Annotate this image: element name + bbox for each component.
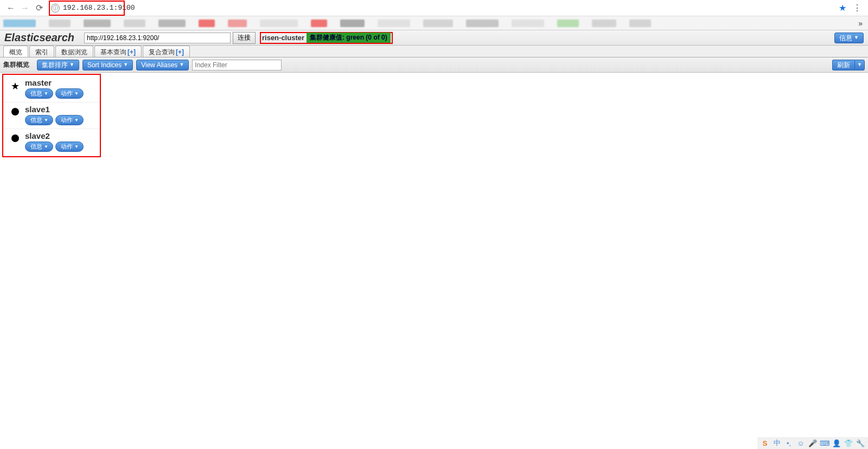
chevron-down-icon: ▼ — [854, 35, 859, 40]
tab-基本查询[interactable]: 基本查询 [+] — [94, 46, 142, 57]
cluster-health-badge: 集群健康值: green (0 of 0) — [307, 33, 391, 43]
chevron-down-icon: ▼ — [44, 144, 48, 149]
reload-button[interactable]: ⟳ — [33, 2, 46, 15]
bookmark-star-icon[interactable]: ★ — [839, 3, 846, 13]
browser-menu-icon[interactable]: ⋮ — [853, 3, 861, 13]
refresh-button[interactable]: 刷新 — [832, 60, 854, 70]
node-info-dropdown[interactable]: 信息▼ — [25, 142, 53, 152]
view-aliases-label: View Aliases — [141, 62, 177, 68]
node-info-dropdown-label: 信息 — [30, 116, 42, 124]
tab-索引[interactable]: 索引 — [29, 46, 54, 57]
node-buttons: 信息▼动作▼ — [25, 115, 98, 125]
tab-复合查询[interactable]: 复合查询 [+] — [143, 46, 190, 57]
forward-button[interactable]: → — [18, 2, 31, 15]
chevron-down-icon: ▼ — [74, 91, 79, 96]
node-buttons: 信息▼动作▼ — [25, 142, 98, 152]
tab-label: 复合查询 — [149, 48, 175, 57]
node-row: slave1信息▼动作▼ — [3, 102, 100, 129]
index-filter-input[interactable] — [192, 60, 282, 70]
node-name: slave1 — [25, 105, 98, 114]
es-url-input[interactable] — [84, 33, 231, 43]
app-header: Elasticsearch 连接 risen-cluster 集群健康值: gr… — [0, 30, 868, 46]
tab-label: 数据浏览 — [61, 48, 87, 57]
bookmarks-overflow-icon[interactable]: » — [858, 19, 863, 28]
node-name: master — [25, 78, 98, 87]
node-info-dropdown-label: 信息 — [30, 89, 42, 98]
chevron-down-icon: ▼ — [69, 62, 74, 67]
master-star-icon: ★ — [5, 78, 25, 92]
chevron-down-icon: ▼ — [179, 62, 184, 67]
nodes-area: ★master信息▼动作▼slave1信息▼动作▼slave2信息▼动作▼ — [0, 73, 868, 158]
info-dropdown[interactable]: 信息 ▼ — [834, 33, 864, 43]
node-row: ★master信息▼动作▼ — [3, 76, 100, 102]
node-action-dropdown[interactable]: 动作▼ — [55, 88, 84, 99]
node-body: slave2信息▼动作▼ — [25, 131, 98, 152]
sort-indices-label: Sort Indices — [87, 62, 122, 68]
view-aliases-dropdown[interactable]: View Aliases ▼ — [136, 60, 189, 70]
chevron-down-icon: ▼ — [74, 118, 79, 123]
tab-label: 索引 — [35, 48, 48, 57]
node-dot-icon — [5, 131, 25, 142]
info-dropdown-label: 信息 — [839, 35, 852, 41]
sort-cluster-label: 集群排序 — [42, 62, 68, 68]
url-text: 192.168.23.1:9100 — [63, 4, 135, 12]
plus-icon: [+] — [176, 48, 184, 56]
bookmarks-bar: » — [0, 16, 868, 30]
address-bar[interactable]: ⓘ 192.168.23.1:9100 — [51, 2, 830, 15]
chevron-down-icon: ▼ — [123, 62, 128, 67]
dot-icon — [11, 134, 19, 142]
overview-toolbar: 集群概览 集群排序 ▼ Sort Indices ▼ View Aliases … — [0, 57, 868, 73]
node-info-dropdown-label: 信息 — [30, 143, 42, 151]
star-icon: ★ — [11, 80, 20, 92]
node-dot-icon — [5, 105, 25, 116]
node-body: slave1信息▼动作▼ — [25, 105, 98, 125]
main-tabs: 概览索引数据浏览基本查询 [+]复合查询 [+] — [0, 46, 868, 57]
connect-button[interactable]: 连接 — [233, 32, 256, 44]
node-action-dropdown[interactable]: 动作▼ — [55, 115, 84, 125]
overview-label: 集群概览 — [3, 60, 29, 69]
tab-概览[interactable]: 概览 — [3, 46, 28, 57]
node-info-dropdown[interactable]: 信息▼ — [25, 115, 53, 125]
site-info-icon[interactable]: ⓘ — [51, 4, 60, 12]
chevron-down-icon: ▼ — [44, 91, 48, 96]
node-name: slave2 — [25, 131, 98, 140]
chevron-down-icon: ▼ — [857, 62, 862, 67]
node-row: slave2信息▼动作▼ — [3, 129, 100, 155]
node-buttons: 信息▼动作▼ — [25, 88, 98, 99]
node-action-dropdown[interactable]: 动作▼ — [55, 142, 84, 152]
chevron-down-icon: ▼ — [74, 144, 79, 149]
refresh-group: 刷新 ▼ — [832, 60, 865, 70]
tab-label: 基本查询 — [100, 48, 126, 57]
chevron-down-icon: ▼ — [44, 118, 48, 123]
plus-icon: [+] — [127, 48, 136, 56]
sort-indices-dropdown[interactable]: Sort Indices ▼ — [82, 60, 133, 70]
node-action-dropdown-label: 动作 — [61, 143, 73, 151]
cluster-status-box: risen-cluster 集群健康值: green (0 of 0) — [260, 32, 393, 44]
node-body: master信息▼动作▼ — [25, 78, 98, 99]
dot-icon — [11, 108, 19, 116]
app-title: Elasticsearch — [4, 31, 74, 44]
node-info-dropdown[interactable]: 信息▼ — [25, 88, 53, 99]
refresh-dropdown[interactable]: ▼ — [854, 60, 865, 70]
node-action-dropdown-label: 动作 — [61, 116, 73, 124]
tab-数据浏览[interactable]: 数据浏览 — [55, 46, 93, 57]
node-action-dropdown-label: 动作 — [61, 89, 73, 98]
browser-toolbar: ← → ⟳ ⓘ 192.168.23.1:9100 ★ ⋮ — [0, 0, 868, 16]
back-button[interactable]: ← — [4, 2, 17, 15]
sort-cluster-dropdown[interactable]: 集群排序 ▼ — [37, 60, 79, 70]
tab-label: 概览 — [9, 48, 22, 57]
nodes-list: ★master信息▼动作▼slave1信息▼动作▼slave2信息▼动作▼ — [2, 74, 101, 157]
cluster-name: risen-cluster — [262, 34, 304, 42]
bookmarks-blur — [3, 20, 651, 27]
